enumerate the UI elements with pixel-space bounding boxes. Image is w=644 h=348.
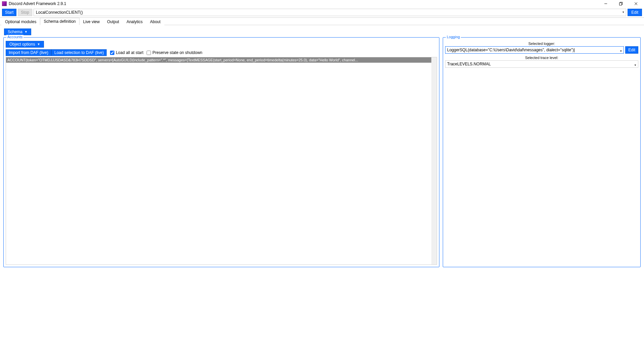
logger-edit-button[interactable]: Edit xyxy=(625,46,638,54)
titlebar-left: Discord Advert Framework 2.9.1 xyxy=(2,1,66,6)
chevron-down-icon[interactable]: ▼ xyxy=(618,47,624,53)
load-selection-button[interactable]: Load selection to DAF (live) xyxy=(51,49,107,56)
selected-logger-label: Selected logger: xyxy=(445,42,638,46)
start-button[interactable]: Start xyxy=(2,9,16,16)
tab-output[interactable]: Output xyxy=(103,18,123,25)
accounts-legend: Accounts xyxy=(6,35,23,39)
app-icon xyxy=(2,1,7,6)
preserve-state-label: Preserve state on shutdown xyxy=(152,50,202,55)
connection-edit-button[interactable]: Edit xyxy=(628,9,642,16)
chevron-down-icon: ▼ xyxy=(24,30,28,34)
chevron-down-icon[interactable]: ▼ xyxy=(633,61,638,67)
preserve-state-checkbox-input[interactable] xyxy=(147,51,151,55)
window-title: Discord Advert Framework 2.9.1 xyxy=(9,1,66,6)
trace-level-label: Selected trace level: xyxy=(445,56,638,60)
close-icon xyxy=(634,2,638,5)
top-toolbar: Start Stop ▼ Edit xyxy=(0,7,644,18)
logging-legend: Logging xyxy=(446,35,461,39)
tab-about[interactable]: About xyxy=(146,18,164,25)
stop-button: Stop xyxy=(18,9,32,16)
logger-row: ▼ Edit xyxy=(445,46,638,54)
content-area: Schema ▼ Accounts Object options ▼ Impor… xyxy=(0,25,644,271)
object-options-row: Object options ▼ xyxy=(6,41,437,48)
accounts-action-row: Import from DAF (live) Load selection to… xyxy=(6,49,437,56)
connection-combobox[interactable]: ▼ xyxy=(34,9,626,16)
logging-column: Logging Selected logger: ▼ Edit Selected… xyxy=(443,37,641,267)
live-buttons-group: Import from DAF (live) Load selection to… xyxy=(6,49,107,56)
scrollbar-vertical[interactable] xyxy=(431,57,437,265)
logging-fieldset: Logging Selected logger: ▼ Edit Selected… xyxy=(443,37,641,267)
logger-combobox[interactable]: ▼ xyxy=(445,46,624,54)
chevron-down-icon[interactable]: ▼ xyxy=(621,11,626,14)
preserve-state-checkbox[interactable]: Preserve state on shutdown xyxy=(147,50,202,55)
minimize-icon xyxy=(604,2,607,5)
load-all-checkbox[interactable]: Load all at start xyxy=(110,50,143,55)
logger-input[interactable] xyxy=(445,47,618,53)
trace-combobox[interactable]: ▼ xyxy=(445,60,638,68)
object-options-button[interactable]: Object options ▼ xyxy=(6,41,44,48)
list-item[interactable]: ACCOUNT(token="OTMDJJJSDASD&783H7SDDSD",… xyxy=(6,57,437,63)
tab-analytics[interactable]: Analytics xyxy=(123,18,146,25)
titlebar: Discord Advert Framework 2.9.1 xyxy=(0,0,644,7)
schema-menu-label: Schema xyxy=(8,30,22,34)
close-button[interactable] xyxy=(628,0,643,7)
maximize-button[interactable] xyxy=(613,0,628,7)
accounts-listbox[interactable]: ACCOUNT(token="OTMDJJJSDASD&783H7SDDSD",… xyxy=(6,57,437,265)
columns: Accounts Object options ▼ Import from DA… xyxy=(3,37,641,267)
object-options-label: Object options xyxy=(9,42,35,47)
tab-optional-modules[interactable]: Optional modules xyxy=(1,18,40,25)
maximize-icon xyxy=(619,2,623,5)
trace-input[interactable] xyxy=(445,61,633,67)
svg-rect-2 xyxy=(619,3,622,5)
schema-menu-row: Schema ▼ xyxy=(4,28,641,35)
connection-input[interactable] xyxy=(34,9,621,16)
load-all-checkbox-input[interactable] xyxy=(110,51,114,55)
accounts-fieldset: Accounts Object options ▼ Import from DA… xyxy=(3,37,439,267)
accounts-column: Accounts Object options ▼ Import from DA… xyxy=(3,37,439,267)
tab-schema-definition[interactable]: Schema definition xyxy=(40,18,79,25)
tab-live-view[interactable]: Live view xyxy=(79,18,103,25)
tabbar: Optional modules Schema definition Live … xyxy=(0,18,644,25)
import-from-daf-button[interactable]: Import from DAF (live) xyxy=(6,49,51,56)
schema-menu-button[interactable]: Schema ▼ xyxy=(4,28,31,35)
minimize-button[interactable] xyxy=(598,0,613,7)
chevron-down-icon: ▼ xyxy=(37,43,40,46)
load-all-label: Load all at start xyxy=(116,50,143,55)
window-controls xyxy=(598,0,643,7)
